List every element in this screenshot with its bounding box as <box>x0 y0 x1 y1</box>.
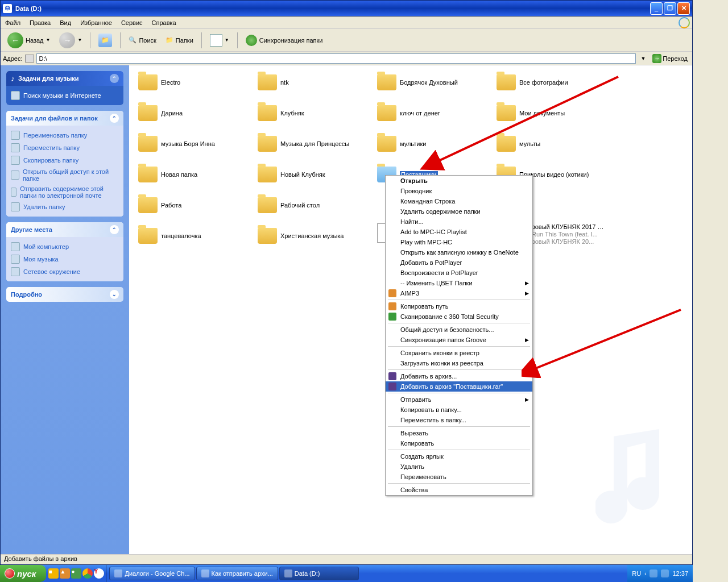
context-menu-item[interactable]: Копировать путь <box>386 301 532 311</box>
context-menu-item[interactable]: Воспроизвести в PotPlayer <box>386 268 532 278</box>
tray-expand-icon[interactable]: ‹ <box>644 571 646 577</box>
menu-Справка[interactable]: Справка <box>147 18 181 28</box>
close-button[interactable]: ✕ <box>677 2 690 15</box>
folder-item[interactable]: Дарина <box>138 101 258 126</box>
folder-item[interactable]: ключ от денег <box>377 101 497 126</box>
folder-item[interactable]: Клубняк <box>258 101 377 126</box>
titlebar[interactable]: ⛁ Data (D:) _ ❐ ✕ <box>1 1 692 16</box>
start-button[interactable]: пуск <box>0 565 46 582</box>
folder-item[interactable]: Работа <box>138 193 258 218</box>
folders-button[interactable]: 📁 Папки <box>162 35 197 45</box>
folder-item[interactable]: Бодрячок Духовный <box>377 70 497 95</box>
context-menu-item[interactable]: Копировать <box>386 438 532 448</box>
ql-app-icon[interactable]: ■ <box>48 568 59 579</box>
sidebar-item[interactable]: Сетевое окружение <box>11 265 119 278</box>
context-menu-item[interactable]: Удалить <box>386 462 532 472</box>
folder-item[interactable]: Все фотографии <box>497 70 616 95</box>
context-menu-item[interactable]: Переместить в папку... <box>386 415 532 425</box>
menu-Избранное[interactable]: Избранное <box>76 18 117 28</box>
context-menu-item[interactable]: Вырезать <box>386 428 532 438</box>
context-menu-item[interactable]: Добавить в PotPlayer <box>386 257 532 268</box>
folder-item[interactable]: Electro <box>138 70 258 95</box>
panel-header[interactable]: Другие места ⌃ <box>6 222 123 237</box>
forward-button[interactable]: → ▼ <box>56 31 85 50</box>
go-button[interactable]: → Переход <box>650 54 690 63</box>
folder-item[interactable]: Музыка для Принцессы <box>258 131 377 156</box>
sidebar-item[interactable]: Открыть общий доступ к этой папке <box>11 167 119 184</box>
taskbar[interactable]: пуск ■ ▲ ● Y Диалоги - Google Ch...Как о… <box>0 565 693 582</box>
maximize-button[interactable]: ❐ <box>664 2 676 15</box>
context-menu-item[interactable]: Загрузить иконки из реестра <box>386 358 532 368</box>
ql-yandex-icon[interactable]: Y <box>94 568 104 579</box>
context-menu-item[interactable]: Добавить в архив... <box>386 371 532 381</box>
folder-item[interactable]: Христианская музыка <box>258 223 377 248</box>
context-menu-item[interactable]: Найти... <box>386 217 532 227</box>
context-menu-item[interactable]: Командная Строка <box>386 196 532 206</box>
collapse-icon[interactable]: ⌃ <box>110 114 119 123</box>
folder-item[interactable]: музыка Боря Инна <box>138 131 258 156</box>
context-menu-item[interactable]: Удалить содержимое папки <box>386 206 532 217</box>
address-dropdown[interactable]: ▼ <box>638 56 648 61</box>
folder-item[interactable]: мультики <box>377 131 497 156</box>
context-menu-item[interactable]: Копировать в папку... <box>386 405 532 415</box>
lang-indicator[interactable]: RU <box>632 570 641 577</box>
sidebar-item[interactable]: Удалить папку <box>11 201 119 213</box>
sidebar-item[interactable]: Поиск музыки в Интернете <box>11 89 119 102</box>
menu-Файл[interactable]: Файл <box>1 18 25 28</box>
sidebar-item[interactable]: Мой компьютер <box>11 240 119 253</box>
sidebar-item[interactable]: Переименовать папку <box>11 129 119 142</box>
collapse-icon[interactable]: ⌃ <box>110 74 119 83</box>
context-menu-item[interactable]: Play with MPC-HC <box>386 237 532 247</box>
folder-item[interactable]: Мои документы <box>497 101 616 126</box>
taskbar-task[interactable]: Диалоги - Google Ch... <box>109 567 195 580</box>
context-menu[interactable]: ОткрытьПроводникКомандная СтрокаУдалить … <box>385 175 533 496</box>
expand-icon[interactable]: ⌄ <box>110 290 119 299</box>
collapse-icon[interactable]: ⌃ <box>110 225 119 234</box>
sidebar-item[interactable]: Отправить содержимое этой папки по элект… <box>11 184 119 201</box>
context-menu-item[interactable]: Открыть <box>386 176 532 186</box>
context-menu-item[interactable]: Свойства <box>386 485 532 495</box>
context-menu-item[interactable]: Add to MPC-HC Playlist <box>386 227 532 237</box>
ql-app-icon[interactable]: ▲ <box>60 568 70 579</box>
ql-chrome-icon[interactable] <box>82 568 93 579</box>
sidebar-item[interactable]: Моя музыка <box>11 253 119 265</box>
context-menu-item[interactable]: Переименовать <box>386 472 532 482</box>
folder-item[interactable]: Новый Клубняк <box>258 162 377 187</box>
context-menu-item[interactable]: -- Изменить ЦВЕТ Папки▶ <box>386 278 532 288</box>
back-button[interactable]: ← Назад ▼ <box>4 31 53 50</box>
context-menu-item[interactable]: Сканирование с 360 Total Security <box>386 311 532 322</box>
clock[interactable]: 12:37 <box>672 570 688 577</box>
taskbar-task[interactable]: Data (D:) <box>279 567 359 580</box>
context-menu-item[interactable]: Сохранить иконки в реестр <box>386 348 532 358</box>
menu-Правка[interactable]: Правка <box>25 18 55 28</box>
taskbar-task[interactable]: Как отправить архи... <box>196 567 278 580</box>
tray-icon[interactable] <box>661 569 669 577</box>
folder-item[interactable]: Рабочий стол <box>258 193 377 218</box>
address-input[interactable] <box>36 53 636 64</box>
panel-header[interactable]: ♪Задачи для музыки ⌃ <box>6 71 123 86</box>
panel-header[interactable]: Подробно ⌄ <box>6 287 123 302</box>
tray-icon[interactable] <box>650 569 657 577</box>
context-menu-item[interactable]: Синхронизация папок Groove▶ <box>386 335 532 345</box>
context-menu-item[interactable]: Отправить▶ <box>386 394 532 405</box>
search-button[interactable]: 🔍 Поиск <box>125 35 159 45</box>
views-button[interactable]: ▼ <box>206 32 233 48</box>
menu-Сервис[interactable]: Сервис <box>117 18 147 28</box>
sync-button[interactable]: Синхронизация папки <box>242 33 326 48</box>
ql-app-icon[interactable]: ● <box>71 568 81 579</box>
context-menu-item[interactable]: Общий доступ и безопасность... <box>386 325 532 335</box>
file-view[interactable]: ElectrontkБодрячок ДуховныйВсе фотографи… <box>129 65 692 554</box>
up-button[interactable]: 📁 <box>95 32 115 49</box>
panel-header[interactable]: Задачи для файлов и папок ⌃ <box>6 111 123 126</box>
folder-item[interactable]: танцевалочка <box>138 223 258 248</box>
minimize-button[interactable]: _ <box>650 2 663 15</box>
folder-item[interactable]: мульты <box>497 131 616 156</box>
context-menu-item[interactable]: Проводник <box>386 186 532 196</box>
folder-item[interactable]: ntk <box>258 70 377 95</box>
sidebar-item[interactable]: Скопировать папку <box>11 154 119 167</box>
sidebar-item[interactable]: Переместить папку <box>11 142 119 154</box>
context-menu-item[interactable]: Создать ярлык <box>386 451 532 462</box>
folder-item[interactable]: Новая папка <box>138 162 258 187</box>
menu-Вид[interactable]: Вид <box>55 18 76 28</box>
context-menu-item[interactable]: Добавить в архив "Поставщики.rar" <box>386 381 532 392</box>
